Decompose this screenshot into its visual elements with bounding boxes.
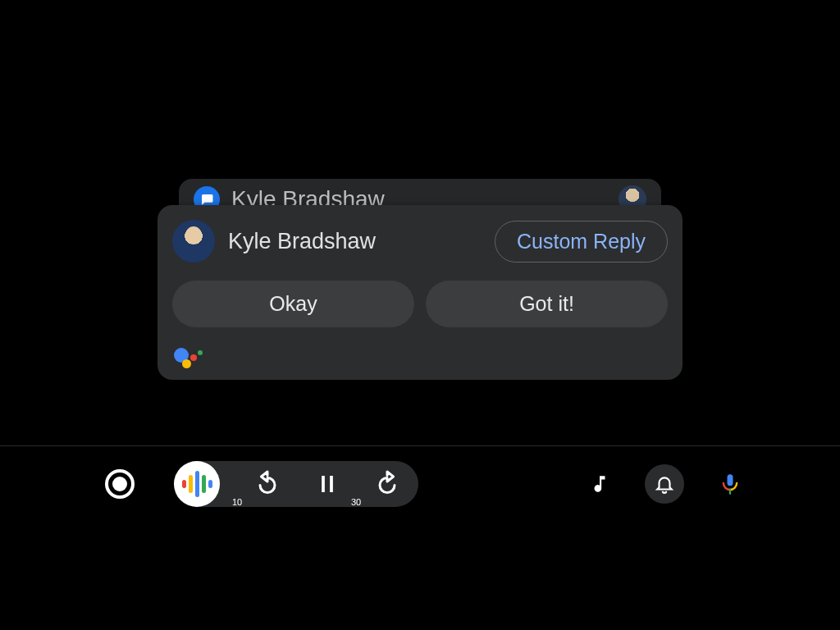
- quick-reply-row: Okay Got it!: [172, 281, 668, 327]
- google-podcasts-icon: [182, 471, 212, 497]
- music-note-icon: [589, 473, 610, 495]
- pause-button[interactable]: [315, 472, 340, 496]
- rewind-seconds-label: 10: [232, 497, 242, 507]
- sender-name: Kyle Bradshaw: [228, 229, 482, 254]
- assistant-mic-button[interactable]: [719, 472, 742, 495]
- active-app-chip[interactable]: [174, 461, 220, 507]
- rewind-10-button[interactable]: 10: [253, 469, 282, 499]
- music-button[interactable]: [589, 473, 610, 495]
- media-controls-cluster: 10 30: [174, 461, 418, 507]
- google-assistant-icon: [174, 347, 207, 368]
- bell-icon: [654, 473, 675, 495]
- home-button[interactable]: [105, 469, 135, 499]
- card-header: Kyle Bradshaw Custom Reply: [172, 220, 668, 262]
- notifications-button[interactable]: [645, 464, 684, 504]
- assistant-mic-icon: [719, 472, 742, 495]
- quick-reply-okay[interactable]: Okay: [172, 281, 414, 327]
- forward-30-button[interactable]: 30: [372, 469, 402, 499]
- quick-reply-got-it[interactable]: Got it!: [426, 281, 668, 327]
- custom-reply-button[interactable]: Custom Reply: [495, 221, 668, 262]
- navbar-right-cluster: [589, 464, 742, 504]
- svg-rect-2: [728, 474, 733, 486]
- home-circle-icon: [105, 469, 135, 499]
- message-reply-card: Kyle Bradshaw Custom Reply Okay Got it!: [158, 205, 682, 380]
- sender-avatar: [172, 220, 215, 262]
- bottom-navbar: 10 30: [0, 453, 840, 515]
- forward-seconds-label: 30: [351, 497, 361, 507]
- navbar-divider: [0, 445, 840, 446]
